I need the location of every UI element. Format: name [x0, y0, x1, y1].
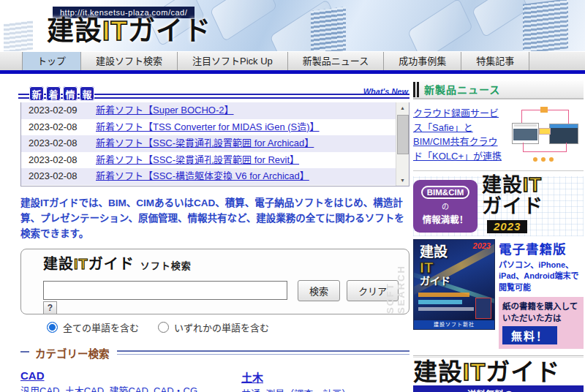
- banner-logo: 建設IT ガイド2023: [482, 175, 584, 237]
- tab-software-search[interactable]: 建設ソフト検索: [81, 52, 178, 71]
- sidebar-news-item: クラウド録画サービス「Safie」とBIM/CIM共有クラウド「KOLC+」が連…: [413, 106, 584, 163]
- whats-new-header: 新 着 情 報 What's New: [20, 82, 410, 102]
- category-header-dash: [20, 351, 29, 355]
- search-button[interactable]: 検索: [298, 280, 340, 301]
- category-group-cad: CAD 汎用CAD 土木CAD 建築CAD CAD・CG CAFM CAD部品・…: [20, 369, 219, 392]
- sidebar: 新製品ニュース クラウド録画サービス「Safie」とBIM/CIM共有クラウド「…: [413, 80, 584, 392]
- subscribe-box: 2023 送料無料の ご購読申し込み: [413, 385, 584, 392]
- news-link[interactable]: 新着ソフト【SSC-梁貫通孔設置範囲 for Archicad】: [96, 135, 314, 152]
- soft-search-watermark: SOFT SEARCH: [385, 257, 407, 314]
- sidebar-news-header: 新製品ニュース: [413, 80, 584, 99]
- bim-banner-text: 情報満載！: [413, 212, 478, 226]
- news-list: 2023-02-09 新着ソフト【Super BOCHO-2】 2023-02-…: [20, 102, 410, 186]
- bim-cim-banner[interactable]: BIM&CIM の 情報満載！ 建設IT ガイド2023: [413, 176, 584, 236]
- bim-cim-badge-panel: BIM&CIM の 情報満載！: [413, 180, 478, 233]
- logo-text-pre: 建設: [47, 16, 102, 46]
- scrollbar-up-icon[interactable]: ▲: [396, 102, 409, 113]
- main-column: 新 着 情 報 What's New 2023-02-09 新着ソフト【Supe…: [20, 82, 410, 392]
- ebook-offer-note: 紙の書籍を購入して: [502, 301, 580, 312]
- sidebar-news-link[interactable]: クラウド録画サービス「Safie」とBIM/CIM共有クラウド「KOLC+」が連…: [413, 106, 504, 163]
- logo-text-post: ガイド: [482, 195, 543, 217]
- header-bar-decoration: [413, 82, 415, 97]
- category-group-title[interactable]: CAD: [20, 369, 45, 382]
- radio-all-words[interactable]: [47, 322, 58, 333]
- news-row: 2023-02-08 新着ソフト【SSC-梁貫通孔設置範囲 for Archic…: [21, 135, 409, 152]
- category-line: 共通 測量（調査・計画）: [241, 387, 410, 392]
- logo-text-pre: 建設: [482, 174, 523, 196]
- news-link[interactable]: 新着ソフト【Super BOCHO-2】: [96, 102, 234, 119]
- search-row: 検索 クリア: [43, 280, 399, 301]
- tab-articles[interactable]: 特集記事: [461, 52, 529, 71]
- ebook-free-label: 無料！: [502, 326, 557, 344]
- scrollbar-down-icon[interactable]: ▼: [396, 175, 409, 186]
- person-icon: [533, 157, 537, 162]
- ebook-title: 電子書籍版: [499, 239, 584, 257]
- logo-text-it: IT: [420, 260, 450, 276]
- site-logo[interactable]: 建設ITガイド: [47, 18, 211, 45]
- news-date: 2023-02-08: [29, 168, 96, 185]
- news-date: 2023-02-08: [29, 152, 96, 169]
- cover-feature-band: [418, 300, 462, 304]
- diagram-node: [540, 107, 548, 113]
- subscribe-text: 送料無料の: [467, 387, 513, 392]
- subscribe-banner[interactable]: 建設ITガイド 2023 送料無料の ご購読申し込み: [413, 360, 584, 392]
- book-cover: 2023 建設 IT ガイド 建設ソフト新社: [413, 239, 495, 330]
- logo-text-it: IT: [102, 16, 128, 46]
- sidebar-news-thumbnail[interactable]: [508, 106, 581, 163]
- scrollbar-thumb[interactable]: [397, 115, 409, 154]
- radio-any-word-label[interactable]: いずれかの単語を含む: [174, 320, 269, 334]
- search-input[interactable]: [43, 281, 287, 300]
- help-icon[interactable]: ?: [43, 301, 57, 314]
- radio-any-word[interactable]: [158, 322, 169, 333]
- category-link[interactable]: 共通: [241, 388, 263, 392]
- tab-top[interactable]: トップ: [22, 52, 81, 71]
- category-link[interactable]: 土木CAD: [65, 385, 107, 392]
- news-link[interactable]: 新着ソフト【SSC-梁貫通孔設置範囲 for Revit】: [96, 152, 299, 169]
- search-mode-options: 全ての単語を含む いずれかの単語を含む: [47, 320, 410, 334]
- category-link[interactable]: 測量（調査・計画）: [265, 388, 354, 392]
- sidebar-divider: [413, 355, 584, 358]
- diagram-people-icons: [533, 157, 554, 162]
- cover-year: 2023: [473, 241, 491, 250]
- building-art: [523, 0, 568, 51]
- news-link[interactable]: 新着ソフト【SSC-構造躯体変換 V6 for Archicad】: [96, 168, 309, 185]
- year-badge: 2023: [487, 220, 527, 233]
- news-scrollbar[interactable]: ▲ ▼: [396, 102, 409, 186]
- main-nav: トップ 建設ソフト検索 注目ソフトPick Up 新製品ニュース 成功事例集 特…: [0, 51, 585, 71]
- news-row: 2023-02-08 新着ソフト【SSC-構造躯体変換 V6 for Archi…: [21, 168, 409, 185]
- ebook-banner[interactable]: 2023 建設 IT ガイド 建設ソフト新社 電子書籍版 パソコン、iPhone…: [413, 239, 584, 349]
- diagram-screenshot-right: [549, 124, 578, 144]
- radio-all-words-label[interactable]: 全ての単語を含む: [63, 320, 139, 334]
- logo-text-pre: 建設: [420, 245, 450, 260]
- news-row: 2023-02-08 新着ソフト【TSS Converter for MIDAS…: [21, 119, 409, 136]
- news-link[interactable]: 新着ソフト【TSS Converter for MIDAS iGen (S造)】: [96, 119, 320, 136]
- tab-new-products[interactable]: 新製品ニュース: [288, 52, 384, 71]
- logo-text-post: ガイド: [128, 16, 211, 46]
- news-row: 2023-02-09 新着ソフト【Super BOCHO-2】: [21, 102, 409, 119]
- keyboard-key-art: [472, 0, 529, 38]
- diagram-image: [513, 129, 537, 140]
- category-link[interactable]: 建築CAD: [109, 385, 151, 392]
- logo-text-post: ガイド: [486, 358, 560, 385]
- site-description: 建設ITガイドでは、BIM、CIMあるいはCAD、積算、電子納品ソフトをはじめ、…: [20, 196, 410, 242]
- category-link[interactable]: CAD・CG: [154, 385, 200, 392]
- cover-feature-band: [418, 293, 469, 297]
- logo-text-it: IT: [74, 256, 88, 272]
- diagram-node: [539, 128, 551, 135]
- tab-case-studies[interactable]: 成功事例集: [384, 52, 461, 71]
- tab-pickup[interactable]: 注目ソフトPick Up: [178, 52, 288, 71]
- nav-tabs: トップ 建設ソフト検索 注目ソフトPick Up 新製品ニュース 成功事例集 特…: [22, 52, 585, 71]
- logo-text-post: ガイド: [88, 256, 135, 272]
- cover-logo: 建設 IT ガイド: [420, 245, 450, 287]
- bim-banner-text: の: [413, 200, 478, 211]
- diagram-caption: [514, 124, 537, 127]
- category-link[interactable]: 汎用CAD: [20, 385, 62, 392]
- header-bar-decoration: [417, 82, 419, 97]
- logo-text-pre: 建設: [43, 256, 74, 272]
- cover-inset-thumbnail: [475, 298, 491, 319]
- person-icon: [541, 157, 546, 162]
- building-art: [311, 7, 346, 51]
- category-group-title[interactable]: 土木: [241, 369, 263, 385]
- logo-text-pre: 建設: [413, 358, 463, 385]
- diagram-connector: [523, 143, 567, 152]
